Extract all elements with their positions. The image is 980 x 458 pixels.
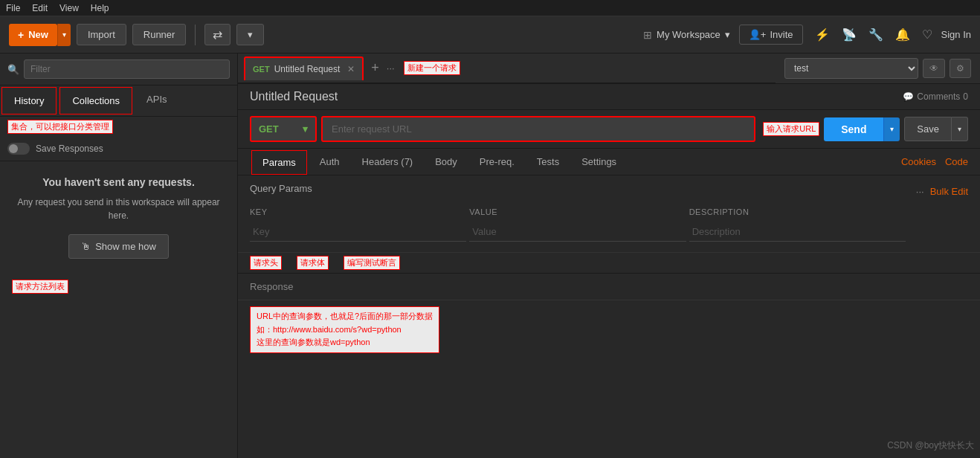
url-input[interactable] xyxy=(321,116,755,142)
new-button-group: + New ▾ xyxy=(9,24,71,46)
bulk-edit-link[interactable]: Bulk Edit xyxy=(930,186,968,197)
sign-in-button[interactable]: Sign In xyxy=(941,29,971,40)
annotation-tests: 编写测试断言 xyxy=(344,256,400,270)
annotation-methods: 请求方法列表 xyxy=(12,280,68,294)
send-button[interactable]: Send xyxy=(824,117,883,141)
comments-link[interactable]: 💬 Comments 0 xyxy=(903,91,968,102)
sidebar-tab-history[interactable]: History xyxy=(1,87,57,115)
annotation-line2: 如：http://www.baidu.com/s?wd=python xyxy=(257,325,402,334)
show-how-button[interactable]: 🖱 Show me how xyxy=(68,234,169,259)
sidebar-tab-apis[interactable]: APIs xyxy=(134,86,179,116)
new-button[interactable]: + New xyxy=(9,24,57,46)
invite-button[interactable]: 👤+ Invite xyxy=(739,25,803,45)
filter-input[interactable] xyxy=(24,59,230,79)
save-responses-row: Save Responses xyxy=(0,137,237,161)
response-title: Response xyxy=(250,281,294,292)
query-params-section: Query Params ··· Bulk Edit KEY VALUE DES… xyxy=(238,175,980,252)
annotation-line1: URL中的查询参数，也就足?后面的那一部分数据 xyxy=(257,312,433,320)
workspace-button[interactable]: ⊞ My Workspace ▾ xyxy=(643,29,730,41)
request-header: Untitled Request 💬 Comments 0 xyxy=(238,84,980,110)
annotation-collection: 集合，可以把接口分类管理 xyxy=(7,120,113,134)
value-header: VALUE xyxy=(469,207,689,216)
query-params-title: Query Params xyxy=(250,183,312,194)
empty-desc: Any request you send in this workspace w… xyxy=(12,196,225,222)
env-bar: test 👁 ⚙ xyxy=(776,54,980,83)
tab-tests[interactable]: Tests xyxy=(526,149,570,174)
menu-edit[interactable]: Edit xyxy=(32,3,48,13)
plus-icon: + xyxy=(18,29,24,41)
tab-auth[interactable]: Auth xyxy=(309,149,351,174)
annotation-body-area: 请求体 xyxy=(297,256,329,270)
send-button-group: Send ▾ xyxy=(824,117,900,141)
method-dropdown-icon: ▾ xyxy=(303,123,308,135)
tab-params[interactable]: Params xyxy=(251,150,307,175)
send-dropdown-button[interactable]: ▾ xyxy=(883,117,900,141)
tab-close-button[interactable]: ✕ xyxy=(347,64,355,74)
cursor-icon: 🖱 xyxy=(81,241,91,252)
environment-select[interactable]: test xyxy=(784,58,918,79)
env-settings-button[interactable]: ⚙ xyxy=(950,59,971,78)
broadcast-icon-button[interactable]: ⚡ xyxy=(812,25,833,45)
save-button[interactable]: Save xyxy=(904,117,952,141)
code-link[interactable]: Code xyxy=(945,156,968,167)
grid-icon: ⊞ xyxy=(643,29,652,41)
key-input[interactable] xyxy=(250,222,466,242)
description-header: DESCRIPTION xyxy=(689,207,909,216)
cookies-link[interactable]: Cookies xyxy=(901,156,936,167)
new-dropdown-arrow[interactable]: ▾ xyxy=(57,24,71,46)
request-tab[interactable]: GET Untitled Request ✕ xyxy=(244,57,364,80)
annotation-line3: 这里的查询参数就是wd=python xyxy=(257,338,370,346)
tab-pre-req[interactable]: Pre-req. xyxy=(468,149,526,174)
runner-button[interactable]: Runner xyxy=(132,24,187,45)
method-select[interactable]: GET ▾ xyxy=(250,116,317,142)
menu-file[interactable]: File xyxy=(6,3,20,13)
heart-icon-button[interactable]: ♡ xyxy=(919,25,935,45)
add-tab-button[interactable]: + xyxy=(367,59,384,77)
api-network-icon-button[interactable]: 📡 xyxy=(839,25,860,45)
req-tabs-right: Cookies Code xyxy=(901,156,968,167)
tab-method-badge: GET xyxy=(253,65,270,74)
key-header: KEY xyxy=(250,207,469,216)
save-dropdown-button[interactable]: ▾ xyxy=(952,117,968,141)
save-responses-toggle[interactable] xyxy=(7,143,30,155)
more-tabs-button[interactable]: ··· xyxy=(387,62,395,74)
annotation-url: 输入请求URL xyxy=(763,122,819,136)
annotation-header-area: 请求头 xyxy=(250,256,282,270)
request-tabs: Params Auth Headers (7) Body Pre-req. Te… xyxy=(238,149,980,175)
tab-title: Untitled Request xyxy=(274,64,341,74)
workspace-dropdown-icon: ▾ xyxy=(725,29,730,40)
sidebar-tab-collections[interactable]: Collections xyxy=(59,87,132,115)
annotation-header: 请求头 xyxy=(250,256,282,270)
sidebar-tabs: History Collections APIs xyxy=(0,86,237,117)
save-button-group: Save ▾ xyxy=(904,117,968,141)
comments-label: Comments xyxy=(917,91,960,102)
sync-button[interactable]: ⇄ xyxy=(204,24,231,45)
tab-body[interactable]: Body xyxy=(424,149,468,174)
menu-view[interactable]: View xyxy=(59,3,79,13)
search-icon: 🔍 xyxy=(7,64,19,75)
params-row xyxy=(250,219,968,245)
request-title: Untitled Request xyxy=(250,90,338,103)
watermark: CSDN @boy快快长大 xyxy=(887,439,974,452)
tab-bar: GET Untitled Request ✕ + ··· 新建一个请求 xyxy=(238,54,776,83)
toolbar: + New ▾ Import Runner ⇄ ▾ ⊞ My Workspace… xyxy=(0,16,980,54)
tab-headers[interactable]: Headers (7) xyxy=(351,149,425,174)
comments-count: 0 xyxy=(963,91,968,102)
value-input[interactable] xyxy=(469,222,686,242)
bulk-edit-more-icon: ··· xyxy=(916,186,924,197)
empty-title: You haven't sent any requests. xyxy=(12,176,225,188)
import-button[interactable]: Import xyxy=(77,24,126,45)
more-actions-button[interactable]: ▾ xyxy=(236,24,264,45)
params-table-header: KEY VALUE DESCRIPTION xyxy=(250,204,968,219)
response-section: Response xyxy=(238,273,980,300)
description-input[interactable] xyxy=(689,222,906,242)
annotation-body: 请求体 xyxy=(297,256,329,270)
menu-help[interactable]: Help xyxy=(91,3,109,13)
settings-icon-button[interactable]: 🔧 xyxy=(865,25,886,45)
annotation-new-request: 新建一个请求 xyxy=(404,61,460,75)
menu-bar: File Edit View Help xyxy=(0,0,980,16)
tab-settings[interactable]: Settings xyxy=(570,149,628,174)
env-eye-button[interactable]: 👁 xyxy=(923,59,945,78)
sidebar-filter-area: 🔍 保存接口的请求记录 xyxy=(0,54,237,86)
notification-icon-button[interactable]: 🔔 xyxy=(892,25,913,45)
